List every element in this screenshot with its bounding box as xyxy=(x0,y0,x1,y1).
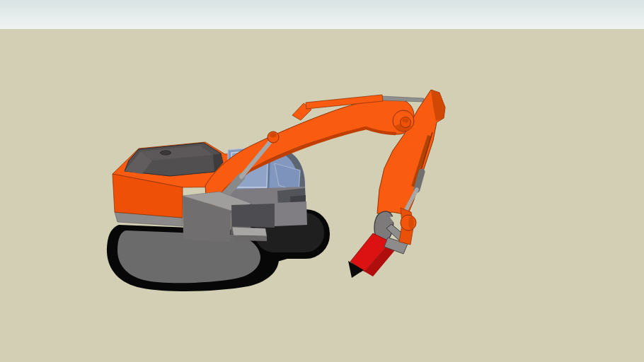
arm-pivot-pin-shade xyxy=(403,119,409,123)
render-stage xyxy=(0,0,644,362)
step-plate-edge xyxy=(234,235,267,241)
step-plate-top xyxy=(232,227,267,236)
boom-cylinder-pin-shade xyxy=(270,133,277,138)
sky-strip xyxy=(0,0,644,29)
hood-cap-hole xyxy=(161,151,171,155)
link-pin-boss-shade xyxy=(408,216,414,230)
ground-plane xyxy=(0,29,644,362)
boom-head xyxy=(393,110,414,132)
model-viewport[interactable] xyxy=(0,0,644,362)
under-cab-dark xyxy=(231,204,275,228)
under-cab-panel xyxy=(275,202,307,226)
